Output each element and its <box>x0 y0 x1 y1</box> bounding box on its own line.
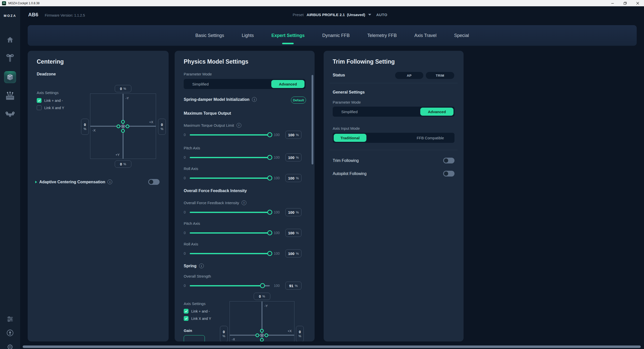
option-traditional-active[interactable]: Traditional <box>334 134 366 142</box>
slider-track[interactable] <box>190 232 270 234</box>
panel-scrollbar-thumb[interactable] <box>312 75 313 164</box>
checkbox-icon[interactable] <box>184 316 188 321</box>
tab-telemetry-ffb[interactable]: Telemetry FFB <box>367 31 397 40</box>
expander-triangle-icon[interactable] <box>35 181 37 183</box>
tab-dynamic-ffb[interactable]: Dynamic FFB <box>322 31 350 40</box>
option-advanced-active[interactable]: Advanced <box>271 80 305 88</box>
slider-handle[interactable] <box>267 132 272 137</box>
option-simplified[interactable]: Simplified <box>192 79 209 89</box>
sidebar-item-rudder-device[interactable] <box>0 110 20 118</box>
spring-link-plus-minus-row[interactable]: Link + and - <box>184 309 210 314</box>
slider-value-box[interactable]: 100% <box>285 131 301 139</box>
slider-value-box[interactable]: 100% <box>285 249 301 257</box>
slider-value-box[interactable]: 100% <box>285 229 301 237</box>
adaptive-centering-label: Adaptive Centering Compensation <box>39 180 105 184</box>
slider-value-box[interactable]: 100% <box>285 153 301 161</box>
trim-button[interactable]: TRIM <box>426 72 454 79</box>
link-xy-checkbox-row[interactable]: Link X and Y <box>37 105 64 110</box>
rudder-device-icon <box>5 110 15 118</box>
axis-label-minus-x: -X <box>232 337 235 341</box>
spring-link-xy-row[interactable]: Link X and Y <box>184 316 211 321</box>
deadzone-handle-left[interactable] <box>117 124 120 128</box>
spring-crosshair-plot[interactable]: -Y +X -X <box>230 301 294 341</box>
spring-top-value[interactable]: 0 % <box>254 293 270 300</box>
tab-special[interactable]: Special <box>454 31 470 40</box>
slider-handle[interactable] <box>267 230 272 235</box>
chevron-down-icon[interactable] <box>368 14 371 16</box>
deadzone-crosshair-plot[interactable]: -Y +X -X +Y <box>90 94 156 159</box>
spring-handle-right[interactable] <box>264 333 268 337</box>
info-icon[interactable] <box>199 264 204 268</box>
info-icon[interactable] <box>237 123 241 128</box>
sidebar-item-throttle-device[interactable] <box>0 91 20 101</box>
deadzone-bottom-value[interactable]: 0 % <box>115 160 131 168</box>
sidebar-item-firmware-update[interactable] <box>0 329 20 337</box>
info-icon[interactable] <box>107 180 112 184</box>
spring-damper-label: Spring-damper Model Initialization <box>184 97 257 102</box>
sidebar-item-settings[interactable] <box>0 343 20 349</box>
slider-handle[interactable] <box>267 251 272 256</box>
spring-handle-left[interactable] <box>255 333 259 337</box>
spring-handle-bottom[interactable] <box>260 338 264 341</box>
slider-handle[interactable] <box>267 176 272 181</box>
spring-left-value[interactable]: 0 % <box>220 326 228 341</box>
slider-track[interactable] <box>190 157 270 158</box>
slider-track[interactable] <box>190 253 270 254</box>
deadzone-handle-bottom[interactable] <box>121 129 125 133</box>
option-ffb-compatible[interactable]: FFB Compatible <box>417 133 444 143</box>
trim-following-toggle[interactable] <box>443 158 454 163</box>
preset-selector[interactable]: Preset AIRBUS PROFILE 2.1 (Unsaved) AUTO <box>293 13 387 17</box>
ap-button[interactable]: AP <box>395 72 423 79</box>
centering-panel: Centering Deadzone Axis Settings Link + … <box>28 51 169 341</box>
deadzone-right-value[interactable]: 0 % <box>158 119 166 135</box>
autopilot-following-toggle[interactable] <box>443 171 454 177</box>
spring-handle-top[interactable] <box>260 329 264 333</box>
info-icon[interactable] <box>242 200 246 205</box>
checkbox-icon[interactable] <box>184 309 188 314</box>
spring-right-value[interactable]: 0 % <box>296 326 304 341</box>
deadzone-handle-top[interactable] <box>121 120 125 124</box>
slider-spring-overall-strength: Overall Strength 0 100 91% <box>184 274 306 289</box>
option-advanced-active[interactable]: Advanced <box>420 108 453 116</box>
auto-badge[interactable]: AUTO <box>376 13 387 17</box>
slider-handle[interactable] <box>267 210 272 215</box>
restore-button[interactable] <box>619 0 631 6</box>
sidebar-item-yoke-device[interactable] <box>0 53 20 63</box>
slider-track[interactable] <box>190 178 270 179</box>
sliders-icon <box>7 316 14 323</box>
throttle-device-icon <box>5 91 15 101</box>
link-plus-minus-checkbox-row[interactable]: Link + and - <box>37 98 63 103</box>
horizontal-scrollbar-thumb[interactable] <box>23 345 641 348</box>
sidebar-item-base-unit-active[interactable] <box>4 71 16 83</box>
tab-lights[interactable]: Lights <box>241 31 254 40</box>
tab-basic-settings[interactable]: Basic Settings <box>195 31 224 40</box>
tab-axis-travel[interactable]: Axis Travel <box>414 31 437 40</box>
gain-button[interactable] <box>184 335 205 341</box>
deadzone-handle-right[interactable] <box>126 124 129 128</box>
minimize-button[interactable] <box>606 0 619 6</box>
default-button[interactable]: Default <box>291 97 306 104</box>
close-button[interactable] <box>631 0 644 6</box>
slider-track[interactable] <box>190 212 270 213</box>
slider-ffb-pitch-axis: Pitch Axis 0 100 100% <box>184 221 306 237</box>
tab-bar: Basic Settings Lights Expert Settings Dy… <box>28 25 637 46</box>
option-simplified[interactable]: Simplified <box>341 107 358 117</box>
slider-value-box[interactable]: 100% <box>285 174 301 182</box>
info-icon[interactable] <box>252 97 257 102</box>
deadzone-top-value[interactable]: 0 % <box>115 85 131 92</box>
sidebar-item-filters[interactable] <box>0 316 20 323</box>
slider-handle[interactable] <box>260 283 265 288</box>
slider-value-box[interactable]: 91% <box>285 282 301 290</box>
slider-value-box[interactable]: 100% <box>285 208 301 216</box>
slider-fill <box>190 232 270 234</box>
tab-expert-settings[interactable]: Expert Settings <box>271 31 305 40</box>
deadzone-left-value[interactable]: 0 % <box>81 119 89 135</box>
preset-value[interactable]: AIRBUS PROFILE 2.1 (Unsaved) <box>307 13 365 17</box>
sidebar-item-home[interactable] <box>0 36 20 43</box>
slider-handle[interactable] <box>267 155 272 160</box>
checkbox-icon[interactable] <box>37 105 42 110</box>
slider-track[interactable] <box>190 134 270 136</box>
adaptive-centering-toggle[interactable] <box>148 179 160 185</box>
checkbox-icon[interactable] <box>37 98 42 103</box>
slider-track[interactable] <box>190 285 270 286</box>
